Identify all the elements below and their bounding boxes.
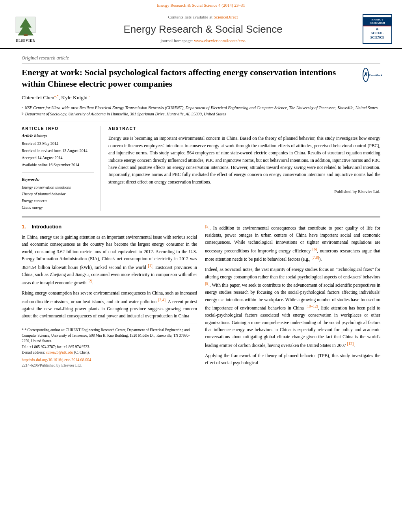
contents-line: Contents lists available at ScienceDirec…: [47, 14, 359, 20]
published-by: Published by Elsevier Ltd.: [108, 189, 380, 195]
journal-bar: Energy Research & Social Science 4 (2014…: [0, 0, 402, 10]
main-content: Original research article Energy at work…: [0, 49, 402, 376]
issn-line: 2214-6296/Published by Elsevier Ltd.: [22, 363, 197, 368]
left-col: 1. Introduction In China, energy use is …: [22, 223, 197, 370]
keywords-label: Keywords:: [22, 177, 94, 183]
header-area: ELSEVIER Contents lists available at Sci…: [0, 10, 402, 48]
page: Energy Research & Social Science 4 (2014…: [0, 0, 402, 376]
doi-link[interactable]: http://dx.doi.org/10.1016/j.erss.2014.08…: [22, 358, 91, 362]
crossmark-icon: ✗: [363, 68, 369, 82]
elsevier-wordmark: ELSEVIER: [16, 39, 35, 43]
article-history-label: Article history:: [22, 133, 94, 139]
authors-line: Chien-fei Chena,*, Kyle Knightb: [22, 94, 380, 102]
svg-rect-3: [24, 34, 28, 36]
section-number: 1.: [22, 224, 26, 230]
affil-a-text: NSF Center for Ultra-wide-area Resilient…: [25, 105, 378, 111]
footnote-area: * * Corresponding author at: CURENT Engi…: [22, 324, 197, 368]
paper-title-text: Energy at work: Social psychological fac…: [22, 67, 361, 89]
right-col: [5]. In addition to environmental conseq…: [205, 223, 380, 370]
journal-logo-right: ENERGYRESEARCH &SOCIALSCIENCE: [363, 14, 394, 44]
body-two-col: 1. Introduction In China, energy use is …: [22, 217, 380, 370]
journal-citation: Energy Research & Social Science 4 (2014…: [157, 3, 245, 7]
revised-date: Received in revised form 13 August 2014: [22, 147, 94, 154]
keyword-4: China energy: [22, 204, 94, 211]
keyword-2: Theory of planned behavior: [22, 191, 94, 197]
header-center: Contents lists available at ScienceDirec…: [47, 14, 359, 44]
author-chien-fei: Chien-fei Chena,*,: [22, 95, 61, 100]
abstract-col: ABSTRACT Energy use is becoming an impor…: [108, 126, 380, 210]
author-kyle: Kyle Knightb: [61, 95, 89, 100]
accepted-date: Accepted 14 August 2014: [22, 154, 94, 161]
available-date: Available online 16 September 2014: [22, 161, 94, 169]
affil-a-line: a NSF Center for Ultra-wide-area Resilie…: [22, 105, 380, 111]
journal-homepage: journal homepage: www.elsevier.com/locat…: [47, 38, 359, 44]
keywords-section: Keywords: Energy conservation intentions…: [22, 177, 94, 211]
info-abstract-area: ARTICLE INFO Article history: Received 2…: [22, 122, 380, 210]
paper-title-area: Energy at work: Social psychological fac…: [22, 67, 380, 89]
article-info-col: ARTICLE INFO Article history: Received 2…: [22, 126, 100, 210]
logo-top-text: ENERGYRESEARCH: [363, 17, 391, 26]
journal-title-header: Energy Research & Social Science: [47, 22, 359, 36]
crossmark-area: ✗ CrossMark: [365, 67, 380, 83]
affil-a-letter: a: [22, 105, 23, 111]
article-type: Original research article: [22, 55, 380, 64]
right-para3: Applying the framework of the theory of …: [205, 352, 380, 367]
intro-heading: 1. Introduction: [22, 223, 197, 230]
affiliations: a NSF Center for Ultra-wide-area Resilie…: [22, 105, 380, 117]
affil-b-text: Department of Sociology, University of A…: [25, 111, 226, 117]
article-info-title: ARTICLE INFO: [22, 126, 94, 132]
right-para1: [5]. In addition to environmental conseq…: [205, 223, 380, 263]
intro-para1: In China, energy use is gaining attentio…: [22, 234, 197, 286]
intro-heading-text: Introduction: [27, 224, 61, 230]
received-date: Received 23 May 2014: [22, 140, 94, 147]
elsevier-logo: ELSEVIER: [8, 15, 43, 43]
footnote-star: * * Corresponding author at: CURENT Engi…: [22, 327, 197, 344]
logo-body-text: &SOCIALSCIENCE: [369, 26, 386, 41]
intro-para2: Rising energy consumption has severe env…: [22, 289, 197, 319]
affil-b-line: b Department of Sociology, University of…: [22, 111, 380, 117]
science-direct-link[interactable]: ScienceDirect: [214, 15, 238, 19]
footnote-email-link[interactable]: cchen26@utk.edu: [46, 350, 73, 354]
homepage-url[interactable]: www.elsevier.com/locate/erss: [194, 38, 246, 43]
abstract-title: ABSTRACT: [108, 126, 380, 132]
doi-line: http://dx.doi.org/10.1016/j.erss.2014.08…: [22, 357, 197, 363]
keyword-1: Energy conservation intentions: [22, 184, 94, 191]
crossmark-label: CrossMark: [369, 74, 382, 77]
journal-logo-box: ENERGYRESEARCH &SOCIALSCIENCE: [363, 14, 392, 44]
elsevier-tree-icon: [12, 15, 39, 39]
abstract-text: Energy use is becoming an important envi…: [108, 135, 380, 185]
right-para2: Indeed, as Sovacool notes, the vast majo…: [205, 266, 380, 349]
footnote-email: E-mail address: cchen26@utk.edu (C. Chen…: [22, 350, 197, 355]
keyword-3: Energy concern: [22, 197, 94, 204]
footnote-tel: Tel.: +1 865 974 3787; fax: +1 865 974 9…: [22, 344, 197, 350]
author-sup-b: b: [87, 94, 89, 98]
author-sup-a: a,*: [54, 94, 59, 98]
affil-b-letter: b: [22, 111, 24, 117]
article-dates: Received 23 May 2014 Received in revised…: [22, 140, 94, 169]
